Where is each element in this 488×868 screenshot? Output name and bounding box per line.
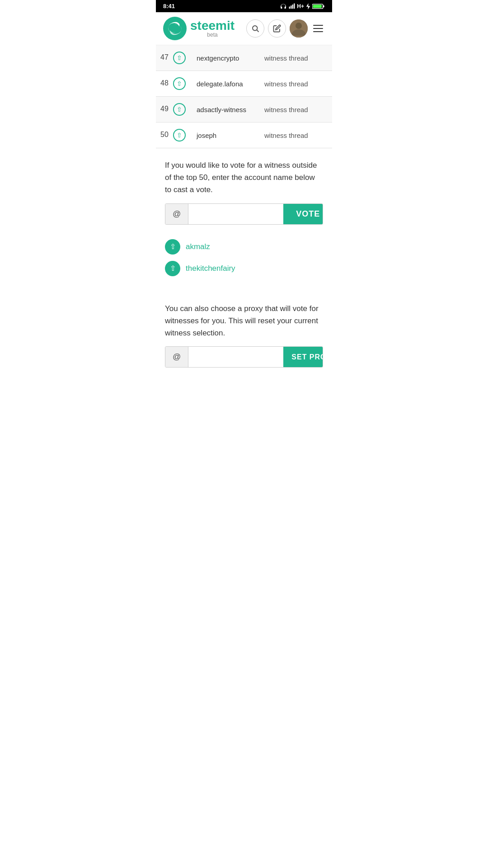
witness-thread[interactable]: witness thread — [260, 97, 332, 123]
set-proxy-button[interactable]: SET PROXY — [283, 347, 323, 367]
at-prefix-vote: @ — [165, 204, 188, 224]
rank-cell: 50 ⇧ — [156, 123, 192, 148]
rank-number: 50 — [160, 131, 169, 138]
voted-upvote-arrow[interactable]: ⇧ — [165, 239, 180, 255]
svg-rect-2 — [292, 4, 293, 8]
witness-name[interactable]: adsactly-witness — [192, 97, 260, 123]
witness-thread[interactable]: witness thread — [260, 45, 332, 71]
rank-cell: 49 ⇧ — [156, 97, 192, 123]
signal-icon — [289, 3, 295, 9]
logo-area: steemit beta — [163, 17, 243, 40]
rank-number: 48 — [160, 79, 169, 87]
svg-rect-3 — [294, 3, 295, 9]
table-row: 48 ⇧ delegate.lafona witness thread — [156, 71, 332, 97]
witness-thread[interactable]: witness thread — [260, 71, 332, 97]
rank-number: 47 — [160, 53, 169, 61]
svg-rect-6 — [323, 5, 324, 7]
vote-account-input[interactable] — [188, 204, 283, 224]
rank-number: 49 — [160, 105, 169, 113]
status-icons: H+ — [280, 3, 325, 9]
voted-witness-name[interactable]: akmalz — [186, 242, 210, 251]
voted-witness-name[interactable]: thekitchenfairy — [186, 264, 235, 273]
vote-button[interactable]: VOTE — [283, 204, 323, 224]
voted-item: ⇧ thekitchenfairy — [165, 261, 323, 276]
witness-name[interactable]: delegate.lafona — [192, 71, 260, 97]
svg-rect-7 — [313, 5, 322, 8]
witness-table: 47 ⇧ nextgencrypto witness thread 48 ⇧ d… — [156, 45, 332, 148]
svg-point-9 — [253, 26, 258, 31]
avatar-image — [290, 19, 308, 38]
upvote-arrow[interactable]: ⇧ — [173, 77, 186, 90]
search-button[interactable] — [246, 19, 264, 38]
rank-cell: 48 ⇧ — [156, 71, 192, 97]
table-row: 50 ⇧ joseph witness thread — [156, 123, 332, 148]
headphones-icon — [280, 3, 287, 9]
avatar[interactable] — [290, 19, 308, 38]
proxy-description: You can also choose a proxy that will vo… — [156, 293, 332, 347]
upvote-arrow[interactable]: ⇧ — [173, 129, 186, 142]
voted-upvote-arrow[interactable]: ⇧ — [165, 261, 180, 276]
logo-text: steemit beta — [190, 19, 235, 38]
charging-icon — [306, 3, 310, 9]
voted-item: ⇧ akmalz — [165, 239, 323, 255]
upvote-arrow[interactable]: ⇧ — [173, 103, 186, 116]
status-bar: 8:41 H+ — [156, 0, 332, 12]
svg-marker-4 — [306, 3, 310, 9]
svg-rect-1 — [291, 5, 291, 9]
steemit-logo — [163, 17, 187, 40]
header: steemit beta — [156, 12, 332, 45]
rank-cell: 47 ⇧ — [156, 45, 192, 71]
vote-description: If you would like to vote for a witness … — [156, 148, 332, 203]
menu-button[interactable] — [311, 23, 325, 34]
table-row: 49 ⇧ adsactly-witness witness thread — [156, 97, 332, 123]
at-prefix-proxy: @ — [165, 347, 188, 367]
voted-section: ⇧ akmalz ⇧ thekitchenfairy — [156, 236, 332, 293]
search-icon — [251, 24, 259, 33]
time: 8:41 — [163, 3, 175, 9]
proxy-input-row: @ SET PROXY — [165, 346, 323, 368]
battery-icon — [312, 3, 325, 9]
table-row: 47 ⇧ nextgencrypto witness thread — [156, 45, 332, 71]
vote-input-row: @ VOTE — [165, 203, 323, 225]
header-icons — [246, 19, 325, 38]
witness-name[interactable]: nextgencrypto — [192, 45, 260, 71]
witness-thread[interactable]: witness thread — [260, 123, 332, 148]
proxy-account-input[interactable] — [188, 347, 283, 367]
upvote-arrow[interactable]: ⇧ — [173, 52, 186, 64]
svg-point-8 — [163, 17, 187, 40]
svg-rect-0 — [289, 6, 290, 9]
edit-icon — [273, 24, 281, 33]
network-indicator: H+ — [297, 3, 304, 9]
edit-button[interactable] — [268, 19, 286, 38]
svg-line-10 — [257, 30, 258, 32]
witness-name[interactable]: joseph — [192, 123, 260, 148]
svg-rect-13 — [290, 19, 308, 38]
